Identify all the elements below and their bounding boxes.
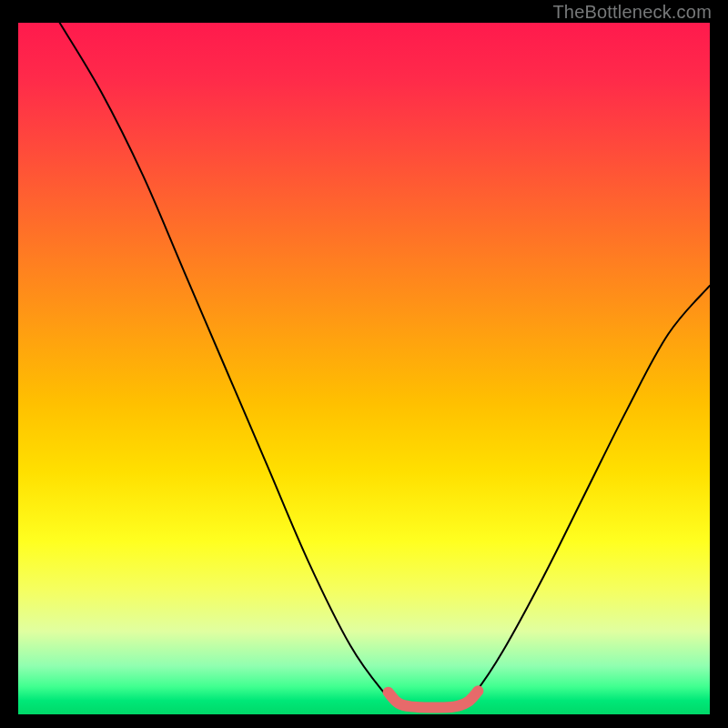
bottleneck-curve [60,23,710,709]
chart-container: TheBottleneck.com [0,0,728,728]
highlight-segment [389,691,479,707]
chart-svg [18,23,710,714]
plot-area [18,23,710,714]
watermark-text: TheBottleneck.com [552,2,712,23]
